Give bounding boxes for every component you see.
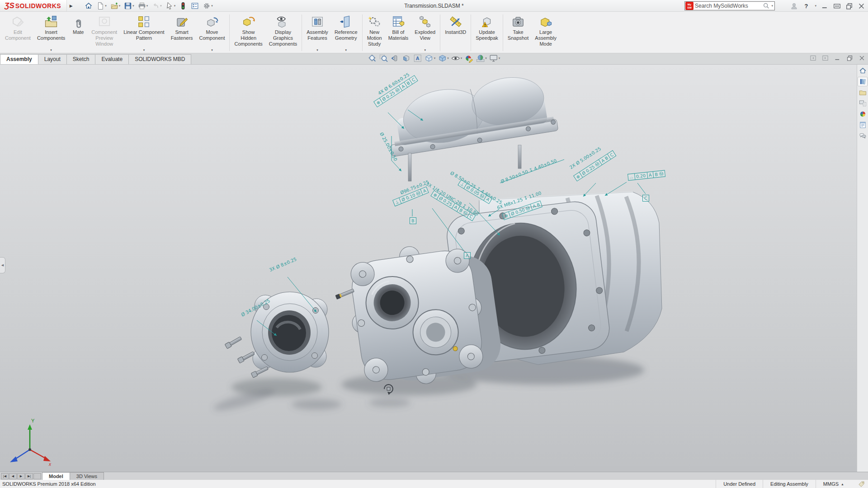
end-cover-part[interactable] <box>225 292 329 378</box>
search-input[interactable] <box>695 3 763 9</box>
dropdown-caret[interactable]: ▾ <box>316 48 318 52</box>
home-button[interactable] <box>83 1 94 10</box>
tab-sketch[interactable]: Sketch <box>66 54 96 64</box>
edit-appearance-button[interactable] <box>464 54 473 63</box>
ribbon-button-show-hidden-components[interactable]: ShowHiddenComponents <box>231 13 265 53</box>
tag-icon[interactable] <box>858 481 865 488</box>
dropdown-caret[interactable]: ▾ <box>174 4 176 8</box>
taskpane-file-explorer-button[interactable] <box>858 88 868 97</box>
viewport-pane-left-button[interactable] <box>810 55 816 61</box>
ribbon-button-insert-components[interactable]: InsertComponents▾ <box>34 13 68 53</box>
featuremanager-collapse-tab[interactable]: ◀ <box>0 257 5 273</box>
tab-layout[interactable]: Layout <box>38 54 67 64</box>
dropdown-caret[interactable]: ▾ <box>815 4 816 8</box>
apply-scene-button[interactable]: ▾ <box>476 54 487 63</box>
status-mmgs[interactable]: MMGS▲ <box>816 480 851 488</box>
dropdown-caret[interactable]: ▾ <box>447 56 449 60</box>
dropdown-caret[interactable]: ▾ <box>485 56 487 60</box>
options-button[interactable]: ▾ <box>201 1 214 10</box>
viewport-minimize-button[interactable] <box>834 55 841 61</box>
tab-scroll-button[interactable] <box>33 473 41 479</box>
dropdown-caret[interactable]: ▾ <box>424 48 426 52</box>
taskpane-appearances-scenes-button[interactable] <box>858 109 868 119</box>
ribbon-button-display-graphics-components[interactable]: DisplayGraphicsComponents <box>266 13 300 53</box>
rebuild-button[interactable] <box>178 1 189 10</box>
dropdown-caret[interactable]: ▾ <box>160 4 162 8</box>
graphics-area[interactable]: Y x 3X Ø 8±0.25Ø96.75±0.25⊥Ø 0.10 ⓂABA⌓0… <box>0 65 868 472</box>
undo-button[interactable]: ▾ <box>150 1 163 10</box>
dropdown-caret[interactable]: ▾ <box>461 56 462 60</box>
taskpane-solidworks-forum-button[interactable] <box>858 131 868 141</box>
sign-in-button[interactable] <box>790 2 798 10</box>
zoom-to-fit-button[interactable] <box>368 54 377 63</box>
view-settings-button[interactable]: ▾ <box>489 54 500 63</box>
center-housing-part[interactable] <box>335 238 504 393</box>
dropdown-caret[interactable]: ▾ <box>132 4 134 8</box>
tab-scroll-button[interactable]: |◀ <box>1 473 9 479</box>
viewport-pane-right-button[interactable] <box>822 55 829 61</box>
ribbon-button-assembly-features[interactable]: AssemblyFeatures▾ <box>303 13 331 53</box>
dropdown-caret[interactable]: ▾ <box>211 48 213 52</box>
taskpane-tp-home-button[interactable] <box>858 66 868 75</box>
tab-scroll-button[interactable]: ▶| <box>25 473 33 479</box>
new-document-button[interactable]: ▾ <box>95 1 108 10</box>
dropdown-caret[interactable]: ▾ <box>146 4 148 8</box>
zoom-to-area-button[interactable] <box>379 54 388 63</box>
tab-scroll-button[interactable]: ◀ <box>9 473 17 479</box>
ribbon-button-take-snapshot[interactable]: TakeSnapshot <box>505 13 532 53</box>
dynamic-annotation-views-button[interactable]: A <box>413 54 422 63</box>
ribbon-button-move-component[interactable]: MoveComponent▾ <box>196 13 228 53</box>
dropdown-caret[interactable]: ▾ <box>434 56 436 60</box>
viewport-restore-button[interactable] <box>846 55 853 61</box>
bottom-tab-model[interactable]: Model <box>42 472 70 480</box>
taskpane-custom-properties-button[interactable] <box>858 120 868 130</box>
section-view-button[interactable] <box>402 54 411 63</box>
ribbon-button-label: ComponentPreviewWindow <box>91 29 117 47</box>
select-button[interactable]: ▾ <box>164 1 177 10</box>
ribbon-button-update-speedpak[interactable]: UpdateSpeedpak <box>472 13 501 53</box>
solidworks-logo-mark: ƷS <box>5 0 14 12</box>
display-style-button[interactable]: ▾ <box>438 54 449 63</box>
search-icon[interactable] <box>763 2 770 9</box>
tab-assembly[interactable]: Assembly <box>0 54 38 64</box>
search-dropdown-caret[interactable]: ▾ <box>771 4 773 8</box>
ribbon-button-linear-component-pattern[interactable]: Linear ComponentPattern▾ <box>120 13 168 53</box>
dropdown-caret[interactable]: ▾ <box>50 48 52 52</box>
loose-bolt[interactable] <box>335 288 354 300</box>
help-button[interactable]: ? <box>802 2 810 10</box>
ribbon-button-mate[interactable]: Mate <box>68 13 88 53</box>
restore-button[interactable] <box>845 2 853 10</box>
span-displays-button[interactable] <box>833 2 841 10</box>
hide-show-items-button[interactable]: ▾ <box>451 54 462 63</box>
ribbon-button-new-motion-study[interactable]: NewMotionStudy <box>364 13 385 53</box>
ribbon-button-large-assembly-mode[interactable]: LargeAssemblyMode <box>532 13 560 53</box>
tab-evaluate[interactable]: Evaluate <box>95 54 129 64</box>
file-properties-button[interactable] <box>189 1 200 10</box>
ribbon-button-instant3d[interactable]: Instant3D <box>442 13 469 53</box>
ribbon-button-reference-geometry[interactable]: ReferenceGeometry▾ <box>331 13 361 53</box>
dropdown-caret[interactable]: ▾ <box>499 56 500 60</box>
print-button[interactable]: ▾ <box>137 1 150 10</box>
open-button[interactable]: ▾ <box>109 1 122 10</box>
viewport-close-button[interactable] <box>859 55 865 61</box>
taskpane-design-library-button[interactable] <box>858 77 868 86</box>
taskpane-view-palette-button[interactable] <box>858 99 868 108</box>
dropdown-caret[interactable]: ▾ <box>211 4 213 8</box>
dropdown-caret[interactable]: ▾ <box>143 48 145 52</box>
previous-view-button[interactable] <box>391 54 400 63</box>
tab-scroll-button[interactable]: ▶ <box>17 473 25 479</box>
view-orientation-button[interactable]: ▾ <box>425 54 436 63</box>
bottom-tab-3d-views[interactable]: 3D Views <box>70 472 104 480</box>
save-button[interactable]: ▾ <box>123 1 136 10</box>
menu-expand-arrow[interactable]: ▶ <box>67 0 75 11</box>
dropdown-caret[interactable]: ▾ <box>105 4 107 8</box>
minimize-button[interactable] <box>821 2 829 10</box>
close-button[interactable] <box>858 2 865 10</box>
tab-solidworks-mbd[interactable]: SOLIDWORKS MBD <box>128 54 191 64</box>
ribbon-button-bill-of-materials[interactable]: Bill ofMaterials <box>385 13 412 53</box>
ribbon-button-smart-fasteners[interactable]: SmartFasteners <box>168 13 196 53</box>
top-cover-part[interactable] <box>383 71 558 181</box>
dropdown-caret[interactable]: ▾ <box>119 4 121 8</box>
dropdown-caret[interactable]: ▾ <box>345 48 347 52</box>
ribbon-button-exploded-view[interactable]: ExplodedView▾ <box>411 13 439 53</box>
